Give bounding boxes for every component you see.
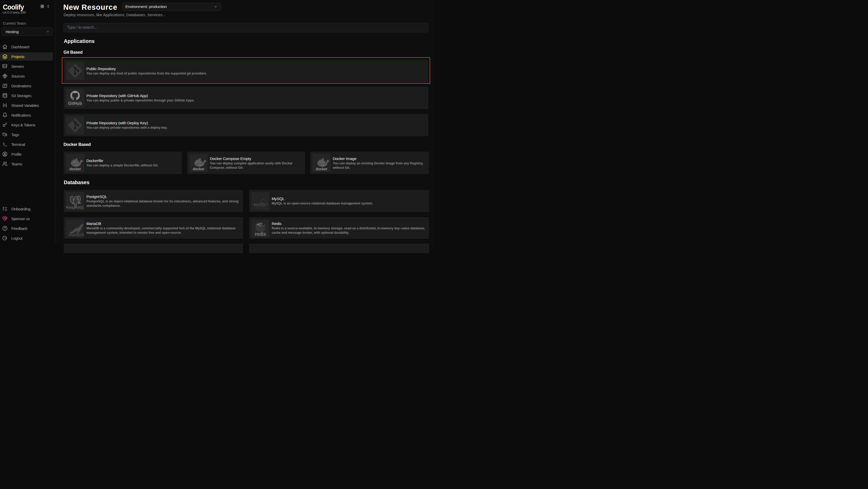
svg-text:docker: docker	[316, 167, 328, 171]
svg-text:PostgreSQL: PostgreSQL	[66, 205, 84, 209]
svg-text:docker: docker	[69, 167, 81, 171]
svg-text:MySQL: MySQL	[254, 203, 266, 207]
svg-text:MariaDB: MariaDB	[69, 232, 84, 236]
svg-text:docker: docker	[193, 167, 205, 171]
svg-text:GitHub: GitHub	[68, 101, 82, 105]
svg-text:redis: redis	[255, 231, 266, 236]
